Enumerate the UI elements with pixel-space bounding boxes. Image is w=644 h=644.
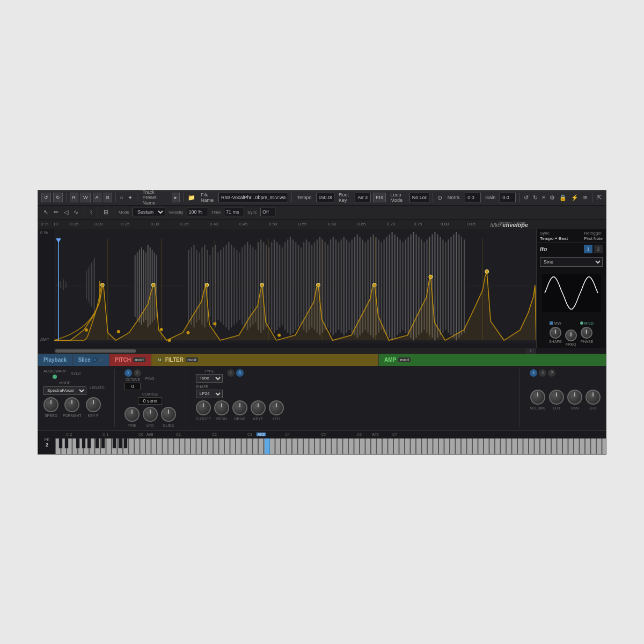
speed-knob[interactable] xyxy=(43,397,58,412)
filter-shape-label: SHAPE xyxy=(196,385,209,389)
playback-knobs: SPEED FORMANT KEY F xyxy=(43,397,105,418)
tab-pitch[interactable]: PITCH mod xyxy=(109,354,151,366)
amp-lfo1-label: LFO xyxy=(553,406,560,410)
mode-dropdown[interactable]: SpectralVocal xyxy=(43,386,86,395)
coarse-value[interactable]: 0 semi xyxy=(138,397,162,405)
ruler-0: 0 % xyxy=(41,222,48,226)
target-icon[interactable]: ⊙ xyxy=(436,194,443,201)
gain-input[interactable] xyxy=(500,193,516,202)
velocity-input[interactable] xyxy=(187,208,208,216)
filter-lfo-knob[interactable] xyxy=(269,400,284,415)
scrollbar-area[interactable] xyxy=(54,348,536,354)
eraser-icon[interactable]: ◁ xyxy=(63,209,69,216)
wave2-icon[interactable]: ⌇ xyxy=(89,209,93,216)
svg-rect-1 xyxy=(57,283,57,286)
volume-knob[interactable] xyxy=(530,390,545,405)
mw-led xyxy=(550,321,553,325)
w-button[interactable]: W xyxy=(80,193,91,202)
svg-point-132 xyxy=(260,283,264,287)
b-button[interactable]: B xyxy=(104,193,112,202)
settings-icon[interactable]: ⚙ xyxy=(548,194,556,201)
amp-lfo2-knob[interactable] xyxy=(586,390,601,405)
mode-select[interactable]: Sustain xyxy=(133,208,165,216)
sync-input[interactable] xyxy=(260,208,275,216)
undo-button[interactable]: ↺ xyxy=(41,193,51,202)
filter-shape-select[interactable]: LP24 LP12 HP24 xyxy=(196,390,223,398)
norm-input[interactable] xyxy=(465,193,481,202)
scrollbar-thumb[interactable] xyxy=(55,349,136,353)
cursor-icon[interactable]: ↖ xyxy=(42,209,49,216)
rootkey-input[interactable] xyxy=(355,193,371,202)
lfo-wave-display xyxy=(537,268,606,319)
redo2-icon[interactable]: ↻ xyxy=(532,194,539,201)
pencil-icon[interactable]: ✏ xyxy=(53,209,60,216)
filter-type-select[interactable]: Tube Clean xyxy=(196,374,223,383)
pitch-lfo-knob-group: LFO xyxy=(143,407,158,427)
marker-c7: C7 xyxy=(392,433,397,436)
pitch-lfo-label: LFO xyxy=(147,423,154,427)
undo2-icon[interactable]: ↺ xyxy=(523,194,530,201)
svg-point-133 xyxy=(316,283,320,287)
reso-knob[interactable] xyxy=(214,400,229,415)
octave-label: OCTAVE xyxy=(125,378,140,382)
lock-icon[interactable]: 🔒 xyxy=(558,194,568,201)
tab-playback[interactable]: Playback xyxy=(38,354,72,366)
keyboard-marker-row: C-2 C-1 C0 C1 C2 C3 C4 C5 C6 C7 AK3 A#0 … xyxy=(55,431,606,438)
sep4 xyxy=(183,193,184,202)
tempo-input[interactable] xyxy=(316,193,334,202)
ruler-030: 0.30 xyxy=(151,222,159,226)
waveform-area[interactable]: /* will use static rects */ xyxy=(54,229,536,343)
shape-knob[interactable] xyxy=(550,327,561,339)
piano-keys[interactable] xyxy=(55,438,606,454)
wave-icon[interactable]: ≋ xyxy=(582,194,589,201)
fix-badge[interactable]: FIX xyxy=(373,193,386,202)
line-icon[interactable]: ∿ xyxy=(72,209,79,216)
glide-knob[interactable] xyxy=(161,407,176,422)
marker-c3: C3 xyxy=(247,433,252,436)
rnd-label: RND xyxy=(584,321,594,326)
waveform-select[interactable]: Sine Triangle Square Sawtooth xyxy=(540,257,603,267)
phase-knob[interactable] xyxy=(581,327,592,339)
folder-icon[interactable]: 📁 xyxy=(187,194,196,201)
audiowarp-led[interactable] xyxy=(53,375,57,379)
octave-value[interactable]: 0 xyxy=(125,383,141,390)
redo-button[interactable]: ↻ xyxy=(53,193,63,202)
fine-knob[interactable] xyxy=(125,407,140,422)
tab-slice[interactable]: Slice i ↩ xyxy=(72,354,109,366)
cutoff-knob[interactable] xyxy=(196,400,211,415)
tab-amp[interactable]: AMP mod xyxy=(379,354,606,366)
lfo-num1-button[interactable]: 1 xyxy=(584,245,592,253)
reso-knob-group: RESO xyxy=(214,400,229,421)
lightning-icon[interactable]: ⚡ xyxy=(570,194,580,201)
time-input[interactable] xyxy=(224,208,244,216)
pitch-lfo-knob[interactable] xyxy=(143,407,158,422)
pe-section: PE 2 xyxy=(39,431,55,454)
drive-knob[interactable] xyxy=(232,400,247,415)
slice-arrow: ↩ xyxy=(99,357,104,363)
sep1 xyxy=(66,193,67,202)
sep10 xyxy=(98,207,98,217)
resize-handle[interactable]: ⇕ xyxy=(525,348,536,354)
grid-icon[interactable]: ⊞ xyxy=(103,209,109,216)
piano-keys-svg[interactable] xyxy=(55,438,606,454)
loopmode-input[interactable] xyxy=(409,193,429,202)
a-button[interactable]: A xyxy=(93,193,101,202)
mode-slabel: Mode xyxy=(119,210,129,215)
phase-label: PHASE xyxy=(580,340,593,343)
preset-arrow-button[interactable]: ▸ xyxy=(172,193,180,202)
r2-icon[interactable]: Я xyxy=(541,195,547,200)
filename-input[interactable] xyxy=(218,193,288,202)
amp-lfo1-knob[interactable] xyxy=(549,390,564,405)
freq-knob[interactable] xyxy=(565,330,577,341)
formant-knob[interactable] xyxy=(64,397,79,412)
lfo-num2-button[interactable]: 2 xyxy=(594,245,603,253)
drive-label: DRIVE xyxy=(234,417,245,421)
expand-icon[interactable]: ⇱ xyxy=(596,194,603,201)
marker-c6: C6 xyxy=(357,433,362,436)
r-button[interactable]: R xyxy=(70,193,79,202)
keyf-knob2[interactable] xyxy=(251,400,266,415)
pan-knob[interactable] xyxy=(567,390,582,405)
keyf-knob[interactable] xyxy=(86,397,101,412)
tab-filter[interactable]: U FILTER mod xyxy=(151,354,379,366)
tab-slice-label: Slice xyxy=(78,357,90,363)
